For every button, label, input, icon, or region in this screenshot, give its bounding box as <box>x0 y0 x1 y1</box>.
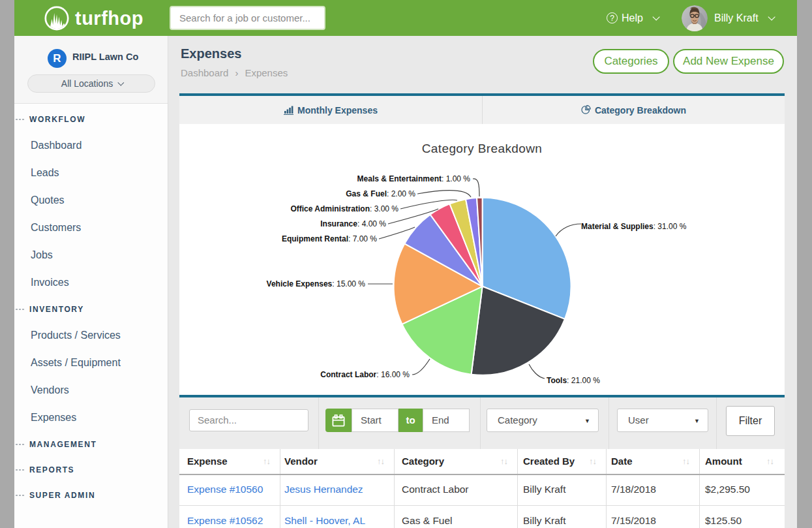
svg-text:Equipment Rental: 7.00 %: Equipment Rental: 7.00 % <box>282 234 377 243</box>
svg-text:Meals & Entertainment: 1.00 %: Meals & Entertainment: 1.00 % <box>357 174 471 183</box>
svg-text:Category Breakdown: Category Breakdown <box>422 142 543 155</box>
svg-text:Tools: 21.00 %: Tools: 21.00 % <box>547 376 600 385</box>
svg-text:Insurance: 4.00 %: Insurance: 4.00 % <box>320 219 386 228</box>
svg-text:Contract Labor: 16.00 %: Contract Labor: 16.00 % <box>320 370 410 379</box>
svg-text:Gas & Fuel: 2.00 %: Gas & Fuel: 2.00 % <box>346 189 415 198</box>
svg-text:Material & Supplies: 31.00 %: Material & Supplies: 31.00 % <box>581 222 687 231</box>
svg-text:Office Administration: 3.00 %: Office Administration: 3.00 % <box>290 204 398 213</box>
svg-text:Vehicle Expenses: 15.00 %: Vehicle Expenses: 15.00 % <box>267 279 366 288</box>
